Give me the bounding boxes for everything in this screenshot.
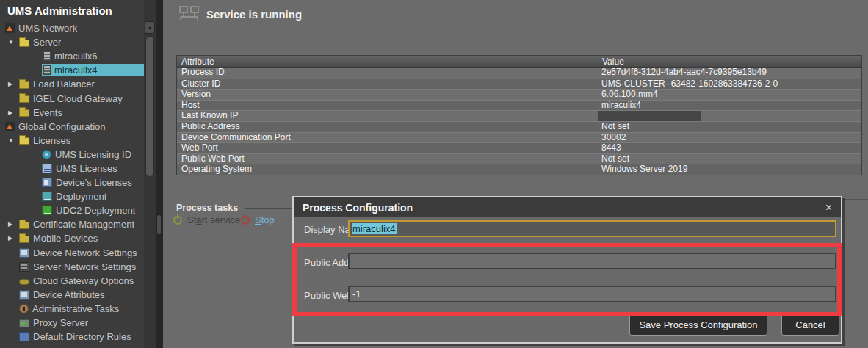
public-web-port-field[interactable] bbox=[348, 286, 836, 302]
server-network-icon bbox=[19, 262, 29, 272]
igel-logo-icon bbox=[5, 23, 15, 33]
folder-icon bbox=[19, 222, 29, 229]
sidebar: UMS Administration UMS Network ▼ Server bbox=[0, 0, 144, 348]
expander-icon[interactable]: ▼ bbox=[7, 39, 19, 46]
cloud-icon bbox=[19, 279, 29, 285]
column-header-value[interactable]: Value bbox=[598, 56, 861, 67]
table-row[interactable]: Last Known IP bbox=[177, 110, 861, 121]
status-title: Service is running bbox=[206, 8, 302, 21]
igel-logo-icon bbox=[5, 122, 15, 131]
sidebar-title: UMS Administration bbox=[7, 4, 112, 17]
server-icon bbox=[43, 65, 51, 75]
expander-icon[interactable]: ▼ bbox=[7, 137, 19, 144]
tree-item[interactable]: Device Network Settings bbox=[0, 246, 144, 260]
table-row[interactable]: Cluster ID UMS-CLUSTER--63482-1602863384… bbox=[177, 79, 861, 90]
tree-item[interactable]: Cloud Gateway Options bbox=[0, 274, 144, 288]
tree-item[interactable]: IGEL Cloud Gateway bbox=[0, 91, 144, 105]
save-process-configuration-button[interactable]: Save Process Configuration bbox=[629, 314, 767, 336]
expander-icon[interactable]: ▶ bbox=[7, 235, 19, 242]
attribute-table: Attribute Value Process ID 2e57d4f6-312d… bbox=[176, 55, 862, 175]
table-row[interactable]: Public Address Not set bbox=[177, 121, 861, 132]
monitor-icon bbox=[19, 290, 29, 300]
tree-item[interactable]: UMS Network bbox=[0, 21, 144, 35]
table-row[interactable]: Host miraculix4 bbox=[177, 100, 861, 111]
power-start-icon bbox=[173, 216, 182, 225]
tree-item[interactable]: ▶ Certificate Management bbox=[0, 217, 144, 231]
table-row[interactable]: Device Communication Port 30002 bbox=[177, 132, 861, 143]
tree-item[interactable]: ▼ Server bbox=[0, 35, 144, 49]
splitter-handle-icon[interactable] bbox=[157, 215, 161, 234]
redaction-box bbox=[598, 111, 701, 121]
dialog-titlebar: Process Configuration × bbox=[294, 197, 841, 217]
rules-icon bbox=[19, 332, 29, 341]
process-tasks-label: Process tasks bbox=[176, 203, 238, 213]
dialog-title: Process Configuration bbox=[303, 202, 413, 214]
background-divider bbox=[843, 199, 868, 200]
folder-open-icon bbox=[19, 40, 29, 47]
licensing-id-icon bbox=[42, 150, 51, 159]
tree-item[interactable]: ▶ Load Balancer bbox=[0, 77, 144, 91]
table-row[interactable]: Web Port 8443 bbox=[177, 142, 861, 153]
clock-icon bbox=[19, 304, 29, 313]
tree-item[interactable]: Proxy Server bbox=[0, 316, 144, 330]
cancel-button[interactable]: Cancel bbox=[781, 314, 839, 336]
start-service-link[interactable]: Start service bbox=[173, 214, 240, 225]
server-icon bbox=[43, 51, 51, 61]
stop-service-link[interactable]: Stop bbox=[241, 214, 275, 225]
tree-item[interactable]: Server Network Settings bbox=[0, 260, 144, 274]
ums-administration-window: UMS Administration UMS Network ▼ Server bbox=[0, 0, 868, 348]
selected-text: miraculix4 bbox=[352, 223, 397, 234]
process-tasks-divider bbox=[245, 208, 292, 209]
licenses-icon bbox=[42, 164, 52, 173]
tree-item[interactable]: UDC2 Deployment bbox=[0, 203, 144, 217]
tree-item[interactable]: UMS Licenses bbox=[0, 162, 144, 175]
tree-item[interactable]: Administrative Tasks bbox=[0, 302, 144, 316]
folder-icon bbox=[19, 81, 29, 89]
tree-item[interactable]: Device's Licenses bbox=[0, 175, 144, 189]
tree-item[interactable]: UMS Licensing ID bbox=[0, 148, 144, 162]
power-stop-icon bbox=[241, 216, 250, 225]
udc2-icon bbox=[42, 206, 52, 215]
column-header-attribute[interactable]: Attribute bbox=[177, 56, 598, 67]
scrollbar-thumb[interactable] bbox=[145, 36, 154, 177]
panel-splitter[interactable] bbox=[156, 0, 163, 348]
tree-item[interactable]: Device Attributes bbox=[0, 288, 144, 302]
tree-item[interactable]: miraculix6 bbox=[0, 49, 144, 63]
close-icon[interactable]: × bbox=[825, 202, 832, 214]
status-header: Service is running bbox=[179, 6, 302, 22]
public-address-field[interactable] bbox=[348, 253, 836, 269]
tree-item[interactable]: ▶ Events bbox=[0, 106, 144, 120]
folder-open-icon bbox=[19, 137, 29, 145]
table-row[interactable]: Public Web Port Not set bbox=[177, 153, 861, 164]
tree-item[interactable]: ▼ Licenses bbox=[0, 134, 144, 148]
table-row[interactable]: Operating System Windows Server 2019 bbox=[177, 164, 861, 175]
tree-item[interactable]: Global Configuration bbox=[0, 120, 144, 134]
device-network-icon bbox=[19, 248, 29, 258]
expander-icon[interactable]: ▶ bbox=[7, 81, 19, 87]
expander-icon[interactable]: ▶ bbox=[7, 109, 19, 116]
device-licenses-icon bbox=[42, 178, 52, 187]
folder-icon bbox=[19, 95, 29, 103]
proxy-icon bbox=[19, 319, 29, 327]
folder-icon bbox=[19, 236, 29, 243]
network-icon bbox=[179, 6, 199, 22]
process-configuration-dialog: Process Configuration × Display Name mir… bbox=[292, 196, 842, 344]
navigation-tree: UMS Network ▼ Server miraculix6 bbox=[0, 21, 144, 348]
table-row[interactable]: Process ID 2e57d4f6-312d-4ab4-aac4-7c939… bbox=[177, 68, 861, 79]
table-row[interactable]: Version 6.06.100.mm4 bbox=[177, 89, 861, 100]
tree-item[interactable]: miraculix4 bbox=[0, 63, 144, 77]
tree-item[interactable]: Default Directory Rules bbox=[0, 330, 144, 344]
expander-icon[interactable]: ▶ bbox=[7, 221, 19, 228]
table-header: Attribute Value bbox=[177, 56, 861, 68]
deployment-icon bbox=[42, 192, 52, 201]
tree-item[interactable]: Deployment bbox=[0, 189, 144, 203]
tree-item[interactable]: ▶ Mobile Devices bbox=[0, 231, 144, 245]
display-name-field[interactable]: miraculix4 bbox=[348, 220, 836, 237]
folder-icon bbox=[19, 109, 29, 117]
scroll-up-button[interactable]: ▲ bbox=[145, 21, 155, 34]
sidebar-scrollbar[interactable]: ▲ bbox=[144, 0, 156, 348]
table-body: Process ID 2e57d4f6-312d-4ab4-aac4-7c939… bbox=[177, 68, 861, 175]
